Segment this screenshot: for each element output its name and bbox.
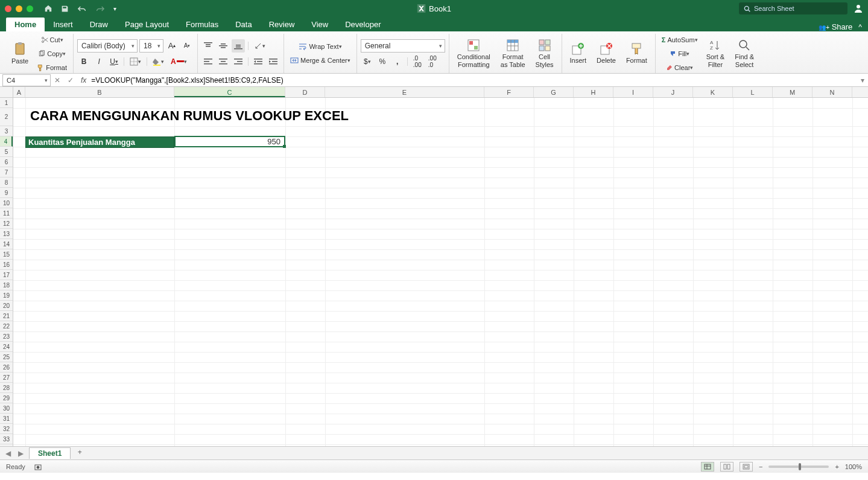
col-header-I[interactable]: I [613,87,653,97]
align-center-button[interactable] [217,55,230,68]
conditional-formatting-button[interactable]: Conditional Formatting [453,37,495,71]
row-header-7[interactable]: 7 [0,167,13,178]
close-window-button[interactable] [5,5,11,12]
fx-icon[interactable]: fx [81,76,86,85]
tab-view[interactable]: View [303,18,337,31]
zoom-in-button[interactable]: + [835,463,838,470]
col-header-M[interactable]: M [773,87,813,97]
paste-button[interactable]: Paste [7,37,33,71]
search-sheet-input[interactable] [754,5,832,12]
select-all-corner[interactable] [0,87,13,98]
zoom-level[interactable]: 100% [845,463,862,470]
fill-button[interactable]: Fill [659,47,700,60]
collapse-ribbon-icon[interactable]: ^ [858,23,862,31]
row-header-28[interactable]: 28 [0,383,13,393]
insert-cells-button[interactable]: Insert [566,37,591,71]
font-color-button[interactable]: A [168,55,189,68]
increase-font-button[interactable]: A▴ [165,39,179,53]
align-left-button[interactable] [201,55,215,68]
col-header-N[interactable]: N [813,87,852,97]
row-header-29[interactable]: 29 [0,393,13,403]
enter-formula-button[interactable]: ✓ [64,76,77,85]
sheet-tab-sheet1[interactable]: Sheet1 [29,447,71,459]
comma-button[interactable]: , [391,55,404,68]
font-size-select[interactable]: 18 [139,39,163,53]
row-header-5[interactable]: 5 [0,147,13,157]
align-top-button[interactable] [201,39,215,53]
tab-data[interactable]: Data [227,18,260,31]
col-header-C[interactable]: C [174,87,285,97]
format-cells-button[interactable]: Format [622,37,651,71]
wrap-text-button[interactable]: Wrap Text [288,40,353,53]
col-header-G[interactable]: G [534,87,574,97]
row-header-20[interactable]: 20 [0,301,13,311]
cells-area[interactable]: CARA MENGGUNAKAN RUMUS VLOOKUP EXCEL Kua… [13,98,868,446]
col-header-J[interactable]: J [653,87,693,97]
sheet-nav-prev-button[interactable]: ◀ [4,449,13,458]
decrease-font-button[interactable]: A▾ [180,39,194,53]
font-name-select[interactable]: Calibri (Body) [77,39,138,53]
delete-cells-button[interactable]: Delete [592,37,620,71]
row-header-31[interactable]: 31 [0,414,13,424]
tab-draw[interactable]: Draw [81,18,116,31]
col-header-E[interactable]: E [325,87,484,97]
sheet-nav-next-button[interactable]: ▶ [16,449,25,458]
borders-button[interactable] [127,55,144,68]
row-header-21[interactable]: 21 [0,311,13,321]
row-header-22[interactable]: 22 [0,321,13,331]
tab-insert[interactable]: Insert [45,18,81,31]
number-format-select[interactable]: General [361,39,445,53]
col-header-K[interactable]: K [693,87,733,97]
row-header-30[interactable]: 30 [0,403,13,414]
italic-button[interactable]: I [92,55,106,68]
maximize-window-button[interactable] [27,5,33,12]
fill-color-button[interactable] [150,55,166,68]
format-painter-button[interactable]: Format [34,61,69,74]
row-header-27[interactable]: 27 [0,373,13,383]
col-header-L[interactable]: L [733,87,773,97]
row-header-33[interactable]: 33 [0,434,13,444]
add-sheet-button[interactable]: + [74,448,85,459]
underline-button[interactable]: U [107,55,121,68]
formula-input[interactable] [90,76,857,85]
row-header-13[interactable]: 13 [0,229,13,239]
page-layout-view-button[interactable] [720,462,733,472]
merge-center-button[interactable]: Merge & Center [288,54,353,67]
row-header-9[interactable]: 9 [0,188,13,198]
increase-decimal-button[interactable]: .0.00 [411,55,424,68]
cell-b4-label[interactable]: Kuantitas Penjualan Mangga [25,136,174,148]
increase-indent-button[interactable] [267,55,280,68]
tab-page-layout[interactable]: Page Layout [116,18,177,31]
row-header-8[interactable]: 8 [0,178,13,188]
undo-icon[interactable] [77,5,87,13]
row-header-18[interactable]: 18 [0,280,13,290]
col-header-D[interactable]: D [285,87,325,97]
orientation-button[interactable] [252,39,268,53]
row-header-25[interactable]: 25 [0,352,13,362]
row-header-34[interactable]: 34 [0,444,13,446]
save-icon[interactable] [61,5,69,13]
col-header-A[interactable]: A [13,87,25,97]
row-header-6[interactable]: 6 [0,157,13,167]
row-header-15[interactable]: 15 [0,249,13,260]
macro-record-icon[interactable] [34,462,42,471]
row-header-19[interactable]: 19 [0,290,13,301]
home-icon[interactable] [44,4,52,13]
row-header-16[interactable]: 16 [0,260,13,270]
column-headers[interactable]: ABCDEFGHIJKLMN [13,87,868,98]
align-bottom-button[interactable] [232,39,245,53]
row-header-1[interactable]: 1 [0,98,13,108]
spreadsheet-grid[interactable]: ABCDEFGHIJKLMN 1234567891011121314151617… [0,87,868,446]
cut-button[interactable]: Cut [34,33,69,46]
name-box[interactable]: C4 [2,74,51,86]
cell-c4-active[interactable]: 950 [174,136,285,147]
bold-button[interactable]: B [77,55,90,68]
cancel-formula-button[interactable]: ✕ [51,76,64,85]
sort-filter-button[interactable]: AZSort & Filter [702,37,729,71]
qat-customize-icon[interactable]: ▾ [113,5,116,12]
row-header-2[interactable]: 2 [0,108,13,126]
row-header-12[interactable]: 12 [0,219,13,229]
align-middle-button[interactable] [217,39,230,53]
tab-developer[interactable]: Developer [337,18,389,31]
align-right-button[interactable] [232,55,245,68]
